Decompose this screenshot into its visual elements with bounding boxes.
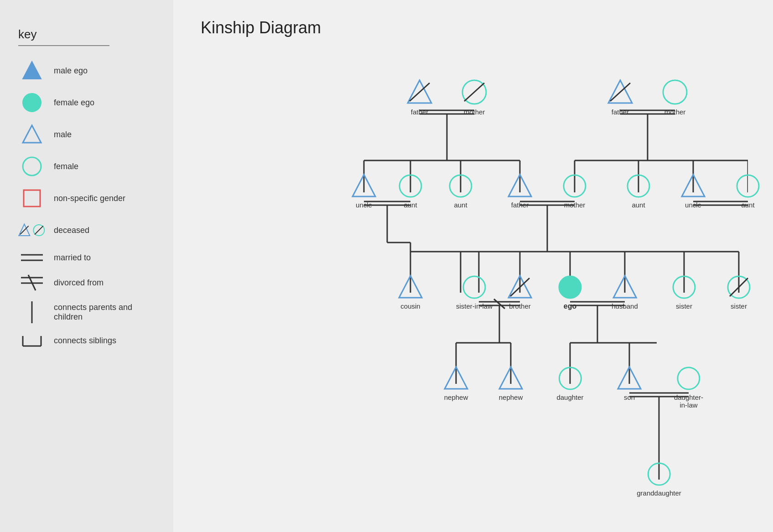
node-ego-label: ego	[564, 302, 576, 310]
key-label-male-ego: male ego	[54, 66, 88, 76]
node-gf2: father	[607, 78, 634, 116]
deceased-icon	[18, 219, 46, 241]
svg-point-97	[678, 367, 700, 389]
svg-point-1	[23, 93, 41, 112]
node-husband-label: husband	[612, 302, 638, 310]
node-aunt1-label: aunt	[404, 201, 417, 209]
node-nephew1: nephew	[443, 366, 469, 401]
svg-marker-76	[353, 175, 375, 196]
svg-point-75	[663, 80, 687, 104]
node-father: father	[507, 173, 533, 209]
male-icon	[18, 124, 46, 145]
key-label-siblings: connects siblings	[54, 336, 116, 346]
nonspecific-icon	[18, 187, 46, 209]
key-label-female-ego: female ego	[54, 98, 94, 108]
node-gm2: mother	[661, 78, 689, 116]
svg-point-81	[628, 175, 649, 197]
svg-point-90	[673, 276, 695, 298]
parent-child-icon	[18, 301, 46, 323]
key-item-female-ego: female ego	[18, 92, 155, 114]
svg-line-8	[35, 226, 43, 235]
diagram-canvas: father mother father mother	[201, 51, 748, 530]
key-item-parent-child: connects parents and children	[18, 301, 155, 323]
svg-marker-94	[499, 367, 522, 389]
node-mother-label: mother	[564, 201, 586, 209]
node-gf1-label: father	[411, 108, 428, 116]
svg-line-74	[610, 83, 630, 101]
key-label-married: married to	[54, 253, 91, 263]
key-label-male: male	[54, 130, 72, 139]
key-divider	[18, 45, 109, 46]
married-icon	[18, 251, 46, 264]
node-sister1: sister	[671, 274, 697, 310]
node-ego: ego	[557, 274, 583, 310]
node-uncle1-label: uncle	[356, 201, 372, 209]
node-sister2: sister	[726, 274, 752, 310]
node-gm1: mother	[461, 78, 488, 116]
female-icon	[18, 155, 46, 177]
male-ego-icon	[18, 60, 46, 82]
node-aunt3: aunt	[626, 173, 651, 209]
node-brother: brother	[507, 274, 533, 310]
key-item-nonspecific: non-specific gender	[18, 187, 155, 209]
siblings-icon	[18, 333, 46, 348]
key-item-divorced: divorced from	[18, 274, 155, 291]
svg-rect-4	[24, 190, 40, 207]
node-cousin: cousin	[398, 274, 423, 310]
svg-line-70	[410, 83, 430, 101]
node-granddaughter: granddaughter	[637, 461, 681, 497]
key-item-female: female	[18, 155, 155, 177]
node-gm2-label: mother	[664, 108, 686, 116]
key-item-siblings: connects siblings	[18, 333, 155, 348]
svg-point-78	[450, 175, 472, 197]
sidebar: key male ego female ego male	[0, 0, 173, 532]
svg-point-98	[648, 463, 670, 485]
svg-line-72	[464, 83, 484, 101]
node-daughter: daughter	[556, 366, 583, 401]
female-ego-icon	[18, 92, 46, 114]
svg-point-80	[564, 175, 586, 197]
svg-marker-79	[508, 175, 531, 196]
node-gf2-label: father	[612, 108, 629, 116]
svg-marker-84	[399, 276, 422, 298]
node-gf1: father	[406, 78, 433, 116]
key-label-parent-child: connects parents and children	[54, 303, 155, 322]
svg-marker-93	[445, 367, 467, 389]
svg-point-77	[399, 175, 421, 197]
key-label-female: female	[54, 162, 78, 171]
key-item-male: male	[18, 124, 155, 145]
node-uncle2: uncle	[680, 173, 706, 209]
svg-point-88	[559, 276, 581, 298]
svg-line-54	[494, 299, 505, 309]
node-aunt2-label: aunt	[454, 201, 467, 209]
node-daughter-label: daughter	[556, 393, 583, 401]
node-nephew1-label: nephew	[444, 393, 468, 401]
key-title: key	[18, 27, 155, 41]
node-aunt4-label: aunt	[741, 201, 754, 209]
node-father-label: father	[511, 201, 529, 209]
svg-marker-0	[23, 62, 41, 79]
svg-point-85	[463, 276, 485, 298]
key-label-nonspecific: non-specific gender	[54, 194, 125, 203]
node-nephew2: nephew	[498, 366, 524, 401]
node-granddaughter-label: granddaughter	[637, 489, 681, 497]
node-son: son	[617, 366, 642, 401]
node-son-label: son	[624, 393, 635, 401]
svg-marker-89	[613, 276, 636, 298]
node-aunt3-label: aunt	[632, 201, 645, 209]
svg-marker-82	[682, 175, 705, 196]
node-aunt2: aunt	[448, 173, 473, 209]
node-mother: mother	[562, 173, 587, 209]
node-dil: daughter- in-law	[674, 366, 703, 409]
svg-line-92	[730, 278, 748, 296]
key-item-male-ego: male ego	[18, 60, 155, 82]
svg-point-95	[559, 367, 581, 389]
divorced-icon	[18, 274, 46, 291]
node-sil-label: sister-in-law	[456, 302, 493, 310]
main-content: Kinship Diagram	[173, 0, 773, 532]
node-nephew2-label: nephew	[499, 393, 523, 401]
key-label-divorced: divorced from	[54, 278, 104, 288]
key-item-married: married to	[18, 251, 155, 264]
node-sil: sister-in-law	[456, 274, 493, 310]
node-husband: husband	[612, 274, 638, 310]
